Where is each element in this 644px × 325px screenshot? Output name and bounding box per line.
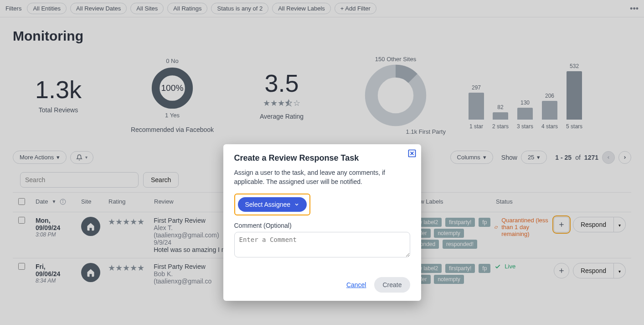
add-task-button[interactable] bbox=[554, 263, 569, 278]
search-input[interactable] bbox=[20, 172, 139, 188]
bar-rect bbox=[542, 101, 557, 120]
notifications-button[interactable]: ▾ bbox=[70, 151, 93, 164]
create-task-modal: Create a Review Response Task Assign a u… bbox=[223, 144, 421, 301]
respond-button[interactable]: Respond bbox=[573, 263, 614, 278]
label-tag[interactable]: fp bbox=[479, 218, 490, 227]
filters-label: Filters bbox=[5, 5, 21, 12]
bar-column: 822 stars bbox=[492, 104, 509, 130]
avg-rating-card: 3.5 ★★★⯪☆ Average Rating bbox=[241, 71, 323, 120]
home-icon bbox=[86, 222, 95, 231]
summary-row: 1.3k Total Reviews 0 No 100% 1 Yes Recom… bbox=[13, 56, 631, 135]
col-date[interactable]: Date bbox=[36, 198, 48, 205]
pager: 1 - 25 of 1271 bbox=[555, 151, 631, 164]
bar-value: 297 bbox=[472, 84, 481, 91]
more-icon[interactable]: ••• bbox=[630, 5, 639, 13]
row-checkbox[interactable] bbox=[18, 217, 25, 224]
chevron-down-icon: ▾ bbox=[85, 155, 88, 160]
bar-value: 130 bbox=[520, 100, 530, 106]
avg-rating-label: Average Rating bbox=[241, 113, 323, 120]
bar-column: 1303 stars bbox=[517, 100, 533, 130]
donut-icon: 100% bbox=[150, 66, 194, 110]
cancel-button[interactable]: Cancel bbox=[346, 281, 366, 288]
bar-label: 4 stars bbox=[541, 123, 558, 130]
label-tag[interactable]: responded! bbox=[443, 240, 477, 249]
bar-label: 1 star bbox=[469, 123, 483, 130]
chevron-left-icon bbox=[606, 155, 611, 160]
label-tag[interactable]: firstparty! bbox=[445, 218, 475, 227]
filter-chip[interactable]: All Review Dates bbox=[70, 3, 127, 14]
home-icon bbox=[86, 268, 95, 277]
refresh-icon bbox=[495, 224, 498, 231]
plus-icon bbox=[558, 267, 565, 274]
range-total: 1271 bbox=[584, 154, 598, 161]
bar-value: 206 bbox=[545, 93, 554, 99]
row-date-day: Fri, bbox=[36, 263, 81, 270]
avg-rating-stars: ★★★⯪☆ bbox=[241, 98, 323, 108]
filter-chip[interactable]: All Entities bbox=[27, 3, 67, 14]
search-button[interactable]: Search bbox=[143, 172, 179, 188]
row-status: Live bbox=[495, 263, 554, 270]
respond-dropdown[interactable]: ▾ bbox=[614, 263, 626, 278]
more-actions-button[interactable]: More Actions▾ bbox=[13, 151, 67, 164]
chevron-down-icon: ▾ bbox=[618, 269, 621, 274]
svg-text:100%: 100% bbox=[161, 83, 183, 93]
info-icon[interactable] bbox=[60, 199, 66, 205]
label-tag[interactable]: notempty bbox=[434, 275, 464, 284]
close-icon bbox=[407, 149, 417, 158]
select-all-checkbox[interactable] bbox=[18, 198, 25, 205]
total-reviews-value: 1.3k bbox=[13, 77, 104, 102]
filter-chip[interactable]: All Sites bbox=[130, 3, 164, 14]
label-tag[interactable]: notempty bbox=[434, 229, 464, 238]
row-date-time: 3:08 PM bbox=[36, 231, 81, 238]
create-button[interactable]: Create bbox=[374, 277, 410, 293]
page-size-select[interactable]: 25▾ bbox=[521, 151, 547, 164]
filter-chip[interactable]: All Ratings bbox=[167, 3, 207, 14]
donut-top-label: 0 No bbox=[122, 58, 222, 64]
respond-dropdown[interactable]: ▾ bbox=[614, 217, 626, 232]
bar-rect bbox=[517, 108, 533, 120]
filter-chip[interactable]: All Review Labels bbox=[272, 3, 331, 14]
col-rating[interactable]: Rating bbox=[108, 198, 154, 205]
select-assignee-highlight: Select Assignee bbox=[234, 194, 311, 215]
label-tag[interactable]: fp bbox=[479, 264, 490, 273]
row-date-mdy: 09/06/24 bbox=[36, 270, 81, 278]
add-filter-button[interactable]: + Add Filter bbox=[335, 3, 376, 14]
comment-label: Comment (Optional) bbox=[234, 222, 410, 229]
comment-textarea[interactable] bbox=[234, 232, 410, 257]
range-of: of bbox=[575, 154, 581, 161]
site-avatar bbox=[81, 263, 100, 282]
bar-value: 532 bbox=[570, 63, 579, 69]
plus-icon bbox=[558, 221, 565, 228]
row-rating-stars: ★★★★★ bbox=[108, 217, 154, 227]
bar-rect bbox=[493, 112, 508, 120]
row-checkbox[interactable] bbox=[18, 263, 25, 270]
chevron-down-icon bbox=[294, 202, 299, 207]
add-task-button[interactable] bbox=[554, 217, 569, 232]
prev-page-button[interactable] bbox=[602, 151, 615, 164]
show-label: Show bbox=[501, 154, 517, 161]
select-assignee-button[interactable]: Select Assignee bbox=[238, 197, 307, 212]
columns-button[interactable]: Columns▾ bbox=[450, 151, 493, 164]
col-status[interactable]: Status bbox=[496, 198, 555, 205]
sort-down-icon[interactable]: ▼ bbox=[52, 199, 56, 204]
row-date-day: Mon, bbox=[36, 217, 81, 224]
modal-close-button[interactable] bbox=[407, 149, 417, 158]
recommended-donut: 0 No 100% 1 Yes Recommended via Facebook bbox=[122, 58, 222, 133]
avg-rating-value: 3.5 bbox=[241, 71, 323, 95]
recommended-caption: Recommended via Facebook bbox=[122, 126, 222, 133]
total-reviews-label: Total Reviews bbox=[13, 106, 104, 114]
respond-button[interactable]: Respond bbox=[573, 217, 614, 232]
modal-description: Assign a user to the task, and leave any… bbox=[234, 168, 410, 186]
next-page-button[interactable] bbox=[618, 151, 631, 164]
label-tag[interactable]: firstparty! bbox=[445, 264, 475, 273]
page-title: Monitoring bbox=[13, 28, 631, 44]
bar-value: 82 bbox=[497, 104, 503, 110]
modal-title: Create a Review Response Task bbox=[234, 153, 410, 163]
sites-donut: 150 Other Sites 1.1k First Party bbox=[341, 56, 450, 135]
col-site[interactable]: Site bbox=[81, 198, 108, 205]
bar-rect bbox=[567, 71, 582, 120]
range-start: 1 - 25 bbox=[555, 154, 572, 161]
filter-chip[interactable]: Status is any of 2 bbox=[211, 3, 268, 14]
donut-bottom-label: 1 Yes bbox=[122, 112, 222, 119]
filter-bar: Filters All Entities All Review Dates Al… bbox=[0, 0, 644, 17]
